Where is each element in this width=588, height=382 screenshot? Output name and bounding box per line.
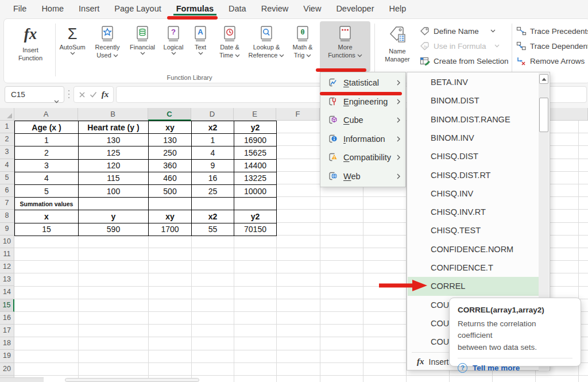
table-cell[interactable]: y2 xyxy=(234,210,277,223)
tab-data[interactable]: Data xyxy=(221,1,254,18)
table-cell[interactable]: Summation values xyxy=(15,198,79,210)
table-cell[interactable]: 14400 xyxy=(234,160,277,172)
tab-home[interactable]: Home xyxy=(34,1,71,18)
table-cell[interactable]: 130 xyxy=(79,134,149,146)
name-box[interactable]: C15 xyxy=(5,86,64,103)
more-functions-button[interactable]: More Functions xyxy=(320,21,370,72)
table-cell[interactable]: 1700 xyxy=(149,223,192,236)
table-cell[interactable] xyxy=(79,198,149,210)
column-header-D[interactable]: D xyxy=(191,108,234,121)
table-cell[interactable]: 15625 xyxy=(234,146,277,159)
row-header-2[interactable]: 2 xyxy=(0,133,14,146)
submenu-item-chisq.dist[interactable]: CHISQ.DIST xyxy=(408,147,540,165)
table-cell[interactable]: 16 xyxy=(192,172,234,185)
submenu-item-chisq.inv.rt[interactable]: CHISQ.INV.RT xyxy=(408,203,540,221)
table-cell[interactable]: 25 xyxy=(192,185,234,198)
row-header-9[interactable]: 9 xyxy=(0,223,14,236)
row-header-5[interactable]: 5 xyxy=(0,172,14,184)
row-header-7[interactable]: 7 xyxy=(0,197,14,210)
insert-function-button[interactable]: fx Insert Function xyxy=(7,21,53,72)
table-cell[interactable] xyxy=(234,198,277,210)
menu-item-compatibility[interactable]: Compatibility xyxy=(320,148,405,167)
insert-function-fx-button[interactable]: fx xyxy=(102,90,109,99)
column-header-B[interactable]: B xyxy=(78,108,148,121)
row-header-19[interactable]: 19 xyxy=(0,350,14,362)
scrollbar-thumb[interactable] xyxy=(539,98,548,132)
column-header-A[interactable]: A xyxy=(14,108,78,121)
menu-item-statistical[interactable]: Statistical xyxy=(320,74,405,92)
row-header-15[interactable]: 15 xyxy=(0,299,14,312)
math-trig-button[interactable]: θ Math & Trig xyxy=(287,21,319,72)
submenu-item-confidence.norm[interactable]: CONFIDENCE.NORM xyxy=(408,240,540,258)
table-cell[interactable]: 10000 xyxy=(234,185,277,198)
row-header-13[interactable]: 13 xyxy=(0,273,14,286)
row-header-8[interactable]: 8 xyxy=(0,210,14,222)
cancel-icon[interactable] xyxy=(79,91,86,98)
row-header-11[interactable]: 11 xyxy=(0,248,14,261)
row-header-1[interactable]: 1 xyxy=(0,121,14,133)
row-header-4[interactable]: 4 xyxy=(0,159,14,172)
table-cell[interactable]: y2 xyxy=(234,121,277,134)
create-from-selection-button[interactable]: Create from Selection xyxy=(420,53,510,68)
menu-item-information[interactable]: Information xyxy=(320,130,405,149)
tab-help[interactable]: Help xyxy=(381,1,413,18)
lookup-reference-button[interactable]: Lookup & Reference xyxy=(247,21,285,72)
table-cell[interactable]: 4 xyxy=(192,146,234,159)
submenu-item-confidence.t[interactable]: CONFIDENCE.T xyxy=(408,258,540,277)
table-cell[interactable] xyxy=(149,198,192,210)
table-cell[interactable]: 500 xyxy=(149,185,192,198)
enter-icon[interactable] xyxy=(90,91,97,98)
table-cell[interactable]: 15 xyxy=(15,223,79,236)
submenu-item-chisq.dist.rt[interactable]: CHISQ.DIST.RT xyxy=(408,166,540,184)
table-cell[interactable]: 460 xyxy=(149,172,192,185)
tab-developer[interactable]: Developer xyxy=(328,1,381,18)
row-header-16[interactable]: 16 xyxy=(0,312,14,325)
table-cell[interactable]: xy xyxy=(149,210,192,223)
tab-formulas[interactable]: Formulas xyxy=(169,1,221,18)
table-cell[interactable]: 2 xyxy=(15,146,79,159)
menu-item-web[interactable]: Web xyxy=(320,167,405,186)
row-header-17[interactable]: 17 xyxy=(0,325,14,337)
scroll-up-button[interactable] xyxy=(539,74,548,84)
table-cell[interactable]: 16900 xyxy=(234,134,277,146)
tab-page-layout[interactable]: Page Layout xyxy=(107,1,168,18)
table-cell[interactable]: 70150 xyxy=(234,223,277,236)
tab-insert[interactable]: Insert xyxy=(71,1,107,18)
table-cell[interactable]: 100 xyxy=(79,185,149,198)
table-cell[interactable]: 360 xyxy=(149,160,192,172)
date-time-button[interactable]: Date & Time xyxy=(213,21,246,72)
use-in-formula-button[interactable]: fx Use in Formula xyxy=(420,38,510,53)
tab-view[interactable]: View xyxy=(296,1,328,18)
table-cell[interactable]: 115 xyxy=(79,172,149,185)
tab-review[interactable]: Review xyxy=(254,1,296,18)
row-header-14[interactable]: 14 xyxy=(0,286,14,299)
trace-precedents-button[interactable]: Trace Precedents xyxy=(516,24,588,38)
trace-dependents-button[interactable]: Trace Dependents xyxy=(516,38,588,53)
table-cell[interactable]: 55 xyxy=(192,223,234,236)
table-cell[interactable]: 1 xyxy=(15,134,79,146)
text-button[interactable]: A Text xyxy=(189,21,212,72)
table-cell[interactable]: xy xyxy=(149,121,192,134)
table-cell[interactable]: 250 xyxy=(149,146,192,159)
column-header-E[interactable]: E xyxy=(234,108,276,121)
define-name-button[interactable]: Define Name xyxy=(420,24,510,38)
table-cell[interactable]: x2 xyxy=(192,210,234,223)
table-cell[interactable]: 13225 xyxy=(234,172,277,185)
table-cell[interactable]: 3 xyxy=(15,160,79,172)
table-cell[interactable]: 590 xyxy=(79,223,149,236)
row-header-6[interactable]: 6 xyxy=(0,184,14,197)
table-cell[interactable]: 1 xyxy=(192,134,234,146)
table-cell[interactable]: 130 xyxy=(149,134,192,146)
table-cell[interactable]: 4 xyxy=(15,172,79,185)
column-header-C[interactable]: C xyxy=(148,108,191,121)
submenu-item-chisq.inv[interactable]: CHISQ.INV xyxy=(408,184,540,203)
table-cell[interactable]: 5 xyxy=(15,185,79,198)
recently-used-button[interactable]: Recently Used xyxy=(89,21,126,72)
submenu-item-beta.inv[interactable]: BETA.INV xyxy=(408,73,540,91)
horizontal-scrollbar-partial[interactable] xyxy=(65,378,199,382)
table-cell[interactable] xyxy=(192,198,234,210)
row-header-20[interactable]: 20 xyxy=(0,363,14,376)
autosum-button[interactable]: Σ AutoSum xyxy=(57,21,88,72)
column-header-F[interactable]: F xyxy=(276,108,320,121)
tell-me-more-link[interactable]: ? Tell me more xyxy=(458,363,572,373)
